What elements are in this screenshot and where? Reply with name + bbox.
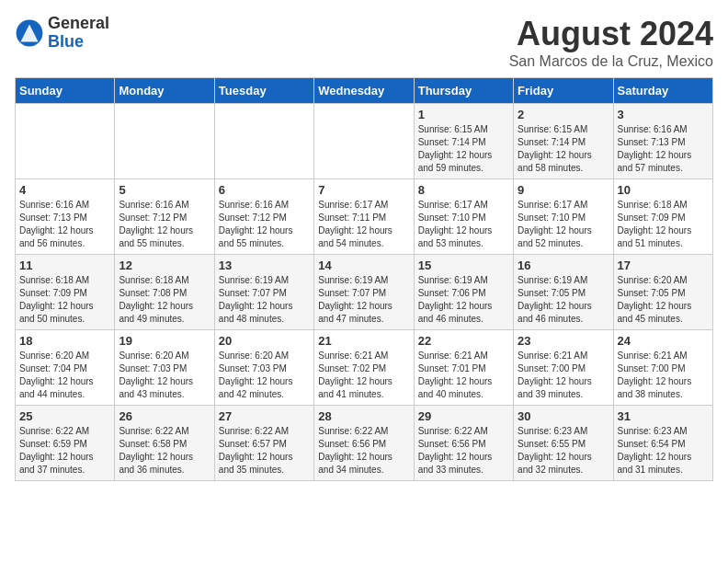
day-info: Sunrise: 6:23 AM Sunset: 6:55 PM Dayligh…	[518, 425, 609, 477]
day-info: Sunrise: 6:19 AM Sunset: 7:07 PM Dayligh…	[219, 274, 310, 326]
location-subtitle: San Marcos de la Cruz, Mexico	[509, 53, 713, 70]
day-info: Sunrise: 6:21 AM Sunset: 7:02 PM Dayligh…	[318, 350, 409, 401]
day-number: 25	[19, 409, 110, 423]
day-cell: 22Sunrise: 6:21 AM Sunset: 7:01 PM Dayli…	[414, 330, 513, 406]
day-number: 20	[219, 334, 310, 348]
day-info: Sunrise: 6:20 AM Sunset: 7:04 PM Dayligh…	[19, 350, 110, 401]
weekday-header-monday: Monday	[115, 78, 214, 104]
day-cell: 27Sunrise: 6:22 AM Sunset: 6:57 PM Dayli…	[214, 406, 313, 481]
day-cell	[214, 104, 313, 179]
day-number: 14	[318, 259, 409, 272]
week-row-2: 4Sunrise: 6:16 AM Sunset: 7:13 PM Daylig…	[16, 179, 713, 255]
day-number: 2	[518, 108, 609, 121]
logo-blue: Blue	[48, 33, 109, 52]
day-cell: 31Sunrise: 6:23 AM Sunset: 6:54 PM Dayli…	[613, 406, 712, 481]
day-number: 21	[318, 334, 409, 348]
day-cell: 19Sunrise: 6:20 AM Sunset: 7:03 PM Dayli…	[115, 330, 214, 406]
day-info: Sunrise: 6:18 AM Sunset: 7:09 PM Dayligh…	[19, 274, 110, 326]
day-info: Sunrise: 6:21 AM Sunset: 7:01 PM Dayligh…	[418, 350, 509, 401]
day-cell	[115, 104, 214, 179]
logo-icon	[15, 18, 44, 48]
day-info: Sunrise: 6:22 AM Sunset: 6:57 PM Dayligh…	[219, 425, 310, 477]
weekday-header-row: SundayMondayTuesdayWednesdayThursdayFrid…	[16, 78, 713, 104]
day-cell: 26Sunrise: 6:22 AM Sunset: 6:58 PM Dayli…	[115, 406, 214, 481]
day-number: 22	[418, 334, 509, 348]
day-info: Sunrise: 6:16 AM Sunset: 7:13 PM Dayligh…	[19, 199, 110, 250]
day-number: 27	[219, 409, 310, 423]
day-number: 10	[618, 183, 709, 197]
day-info: Sunrise: 6:23 AM Sunset: 6:54 PM Dayligh…	[618, 425, 709, 477]
day-number: 23	[518, 334, 609, 348]
day-cell: 18Sunrise: 6:20 AM Sunset: 7:04 PM Dayli…	[16, 330, 115, 406]
day-info: Sunrise: 6:22 AM Sunset: 6:59 PM Dayligh…	[19, 425, 110, 477]
day-number: 11	[19, 259, 110, 272]
day-info: Sunrise: 6:16 AM Sunset: 7:12 PM Dayligh…	[219, 199, 310, 250]
day-info: Sunrise: 6:18 AM Sunset: 7:08 PM Dayligh…	[119, 274, 210, 326]
day-cell: 10Sunrise: 6:18 AM Sunset: 7:09 PM Dayli…	[613, 179, 712, 255]
day-number: 12	[119, 259, 210, 272]
day-cell: 12Sunrise: 6:18 AM Sunset: 7:08 PM Dayli…	[115, 255, 214, 330]
month-year-title: August 2024	[509, 15, 713, 53]
day-cell: 20Sunrise: 6:20 AM Sunset: 7:03 PM Dayli…	[214, 330, 313, 406]
day-info: Sunrise: 6:19 AM Sunset: 7:05 PM Dayligh…	[518, 274, 609, 326]
week-row-3: 11Sunrise: 6:18 AM Sunset: 7:09 PM Dayli…	[16, 255, 713, 330]
day-info: Sunrise: 6:16 AM Sunset: 7:13 PM Dayligh…	[618, 123, 709, 175]
day-info: Sunrise: 6:15 AM Sunset: 7:14 PM Dayligh…	[418, 123, 509, 175]
day-info: Sunrise: 6:17 AM Sunset: 7:10 PM Dayligh…	[518, 199, 609, 250]
week-row-1: 1Sunrise: 6:15 AM Sunset: 7:14 PM Daylig…	[16, 104, 713, 179]
logo: General Blue	[15, 15, 109, 52]
day-number: 28	[318, 409, 409, 423]
weekday-header-tuesday: Tuesday	[214, 78, 313, 104]
day-number: 19	[119, 334, 210, 348]
day-cell: 30Sunrise: 6:23 AM Sunset: 6:55 PM Dayli…	[514, 406, 613, 481]
weekday-header-sunday: Sunday	[16, 78, 115, 104]
day-number: 15	[418, 259, 509, 272]
day-cell: 1Sunrise: 6:15 AM Sunset: 7:14 PM Daylig…	[414, 104, 513, 179]
day-cell: 7Sunrise: 6:17 AM Sunset: 7:11 PM Daylig…	[314, 179, 414, 255]
day-info: Sunrise: 6:20 AM Sunset: 7:03 PM Dayligh…	[219, 350, 310, 401]
day-cell: 16Sunrise: 6:19 AM Sunset: 7:05 PM Dayli…	[514, 255, 613, 330]
day-info: Sunrise: 6:20 AM Sunset: 7:05 PM Dayligh…	[618, 274, 709, 326]
calendar-table: SundayMondayTuesdayWednesdayThursdayFrid…	[15, 77, 713, 481]
day-cell: 17Sunrise: 6:20 AM Sunset: 7:05 PM Dayli…	[613, 255, 712, 330]
day-info: Sunrise: 6:17 AM Sunset: 7:10 PM Dayligh…	[418, 199, 509, 250]
day-number: 5	[119, 183, 210, 197]
day-info: Sunrise: 6:15 AM Sunset: 7:14 PM Dayligh…	[518, 123, 609, 175]
day-number: 1	[418, 108, 509, 121]
weekday-header-wednesday: Wednesday	[314, 78, 414, 104]
day-cell	[314, 104, 414, 179]
day-cell: 28Sunrise: 6:22 AM Sunset: 6:56 PM Dayli…	[314, 406, 414, 481]
day-cell: 5Sunrise: 6:16 AM Sunset: 7:12 PM Daylig…	[115, 179, 214, 255]
day-info: Sunrise: 6:18 AM Sunset: 7:09 PM Dayligh…	[618, 199, 709, 250]
day-number: 13	[219, 259, 310, 272]
day-cell: 14Sunrise: 6:19 AM Sunset: 7:07 PM Dayli…	[314, 255, 414, 330]
day-number: 31	[618, 409, 709, 423]
page-header: General Blue August 2024 San Marcos de l…	[15, 15, 713, 70]
day-info: Sunrise: 6:17 AM Sunset: 7:11 PM Dayligh…	[318, 199, 409, 250]
day-number: 4	[19, 183, 110, 197]
day-info: Sunrise: 6:19 AM Sunset: 7:06 PM Dayligh…	[418, 274, 509, 326]
day-info: Sunrise: 6:21 AM Sunset: 7:00 PM Dayligh…	[618, 350, 709, 401]
day-number: 24	[618, 334, 709, 348]
day-number: 17	[618, 259, 709, 272]
day-number: 9	[518, 183, 609, 197]
day-number: 16	[518, 259, 609, 272]
day-cell: 25Sunrise: 6:22 AM Sunset: 6:59 PM Dayli…	[16, 406, 115, 481]
day-cell: 3Sunrise: 6:16 AM Sunset: 7:13 PM Daylig…	[613, 104, 712, 179]
day-cell: 8Sunrise: 6:17 AM Sunset: 7:10 PM Daylig…	[414, 179, 513, 255]
title-block: August 2024 San Marcos de la Cruz, Mexic…	[509, 15, 713, 70]
day-number: 7	[318, 183, 409, 197]
day-info: Sunrise: 6:21 AM Sunset: 7:00 PM Dayligh…	[518, 350, 609, 401]
day-number: 18	[19, 334, 110, 348]
day-cell: 9Sunrise: 6:17 AM Sunset: 7:10 PM Daylig…	[514, 179, 613, 255]
day-cell: 29Sunrise: 6:22 AM Sunset: 6:56 PM Dayli…	[414, 406, 513, 481]
day-cell: 21Sunrise: 6:21 AM Sunset: 7:02 PM Dayli…	[314, 330, 414, 406]
day-number: 3	[618, 108, 709, 121]
day-cell: 11Sunrise: 6:18 AM Sunset: 7:09 PM Dayli…	[16, 255, 115, 330]
weekday-header-thursday: Thursday	[414, 78, 513, 104]
day-info: Sunrise: 6:20 AM Sunset: 7:03 PM Dayligh…	[119, 350, 210, 401]
day-info: Sunrise: 6:22 AM Sunset: 6:58 PM Dayligh…	[119, 425, 210, 477]
day-info: Sunrise: 6:16 AM Sunset: 7:12 PM Dayligh…	[119, 199, 210, 250]
day-info: Sunrise: 6:22 AM Sunset: 6:56 PM Dayligh…	[318, 425, 409, 477]
weekday-header-saturday: Saturday	[613, 78, 712, 104]
